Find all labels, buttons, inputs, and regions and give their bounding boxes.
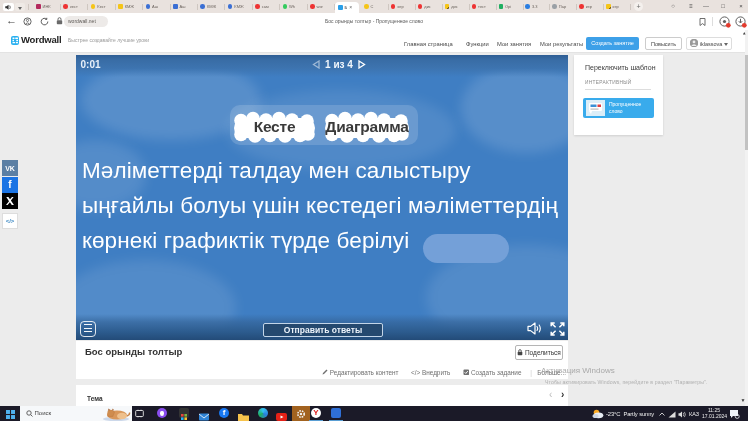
svg-text:VK: VK <box>5 165 15 172</box>
